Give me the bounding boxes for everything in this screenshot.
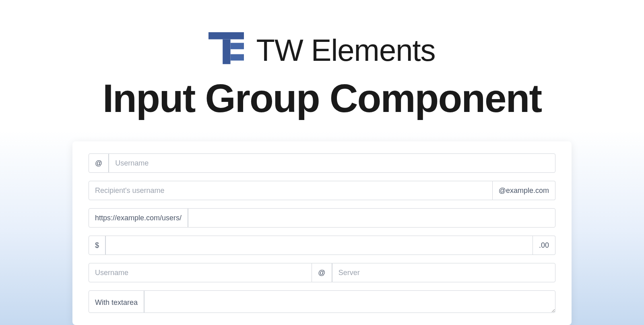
brand-row: TW Elements bbox=[0, 32, 644, 68]
page-title: Input Group Component bbox=[0, 76, 644, 121]
addon-at-prefix: @ bbox=[89, 153, 109, 173]
svg-rect-2 bbox=[231, 43, 244, 49]
addon-at-middle: @ bbox=[312, 263, 332, 282]
input-group-username-prefix: @ bbox=[89, 153, 555, 173]
examples-card: @ @example.com https://example.com/users… bbox=[72, 141, 572, 325]
addon-decimal-suffix: .00 bbox=[533, 236, 555, 255]
textarea-input[interactable] bbox=[144, 290, 555, 313]
svg-rect-0 bbox=[208, 32, 244, 39]
server-input[interactable] bbox=[332, 263, 555, 282]
addon-textarea-label: With textarea bbox=[89, 290, 144, 313]
svg-rect-3 bbox=[231, 54, 244, 61]
input-group-textarea: With textarea bbox=[89, 290, 555, 313]
page-header: TW Elements Input Group Component bbox=[0, 0, 644, 121]
url-path-input[interactable] bbox=[188, 208, 555, 228]
addon-domain-suffix: @example.com bbox=[493, 181, 555, 200]
username-input-2[interactable] bbox=[89, 263, 312, 282]
brand-name: TW Elements bbox=[256, 33, 435, 68]
tw-elements-logo-icon bbox=[208, 32, 244, 68]
username-input[interactable] bbox=[109, 153, 555, 173]
svg-rect-1 bbox=[223, 39, 231, 64]
amount-input[interactable] bbox=[105, 236, 533, 255]
input-group-recipient-suffix: @example.com bbox=[89, 181, 555, 200]
input-group-currency: $ .00 bbox=[89, 236, 555, 255]
recipient-username-input[interactable] bbox=[89, 181, 493, 200]
addon-url-prefix: https://example.com/users/ bbox=[89, 208, 188, 228]
input-group-url-prefix: https://example.com/users/ bbox=[89, 208, 555, 228]
addon-currency-prefix: $ bbox=[89, 236, 105, 255]
input-group-user-server: @ bbox=[89, 263, 555, 282]
